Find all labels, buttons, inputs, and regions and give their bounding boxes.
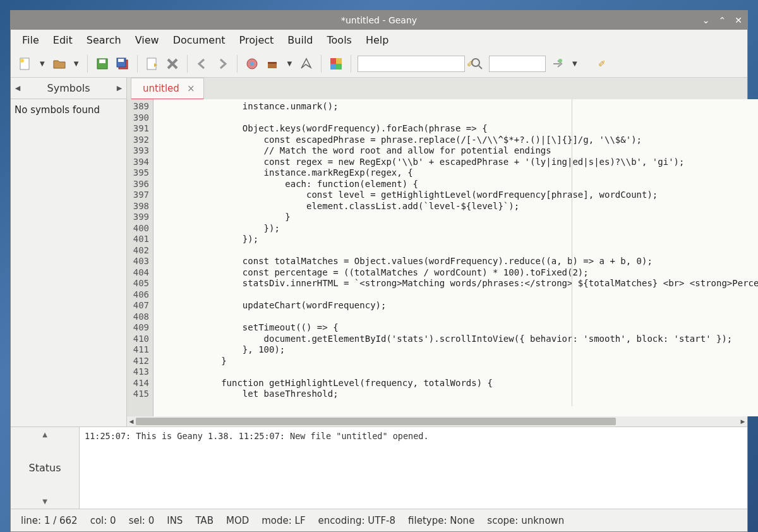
close-doc-icon[interactable] (164, 56, 181, 72)
color-picker-icon[interactable] (328, 56, 344, 72)
menu-help[interactable]: Help (359, 32, 395, 49)
hscroll-thumb[interactable] (136, 418, 616, 425)
menu-tools[interactable]: Tools (321, 32, 358, 49)
goto-input[interactable] (492, 59, 598, 68)
reload-icon[interactable] (144, 56, 160, 72)
menu-search[interactable]: Search (80, 32, 128, 49)
status-line: line: 1 / 662 (21, 515, 78, 526)
goto-icon[interactable] (550, 56, 566, 72)
message-window: ▲ Status ▼ 11:25:07: This is Geany 1.38.… (11, 426, 747, 509)
search-input-container: ✐ (358, 56, 465, 72)
document-tab-untitled[interactable]: untitled × (131, 78, 204, 100)
status-filetype: filetype: None (408, 515, 474, 526)
svg-point-16 (472, 59, 479, 66)
search-input[interactable] (361, 59, 467, 68)
menu-document[interactable]: Document (167, 32, 232, 49)
svg-point-17 (558, 59, 562, 63)
sidebar-tab-prev[interactable]: ◀ (11, 84, 25, 92)
sidebar-tab-next[interactable]: ▶ (112, 84, 126, 92)
status-col: col: 0 (90, 515, 116, 526)
line-number-gutter: 389 390 391 392 393 394 395 396 397 398 … (127, 99, 153, 416)
clear-goto-icon[interactable]: ✐ (598, 59, 606, 69)
menubar: File Edit Search View Document Project B… (11, 30, 747, 50)
new-file-icon[interactable] (17, 56, 33, 72)
msg-tab-up[interactable]: ▲ (42, 431, 47, 438)
open-file-dropdown[interactable]: ▼ (71, 60, 81, 67)
goto-input-container: ✐ (489, 56, 546, 72)
svg-point-1 (20, 59, 24, 63)
document-tab-label: untitled (143, 83, 179, 94)
new-file-dropdown[interactable]: ▼ (37, 60, 47, 67)
nav-forward-icon[interactable] (214, 56, 231, 72)
main-area: ◀ Symbols ▶ No symbols found untitled × … (11, 78, 747, 426)
svg-rect-13 (336, 58, 342, 64)
status-mod: MOD (226, 515, 249, 526)
msg-tab-down[interactable]: ▼ (42, 498, 47, 505)
horizontal-scrollbar[interactable]: ◀ ▶ (127, 416, 747, 426)
build-dropdown[interactable]: ▼ (284, 60, 294, 67)
status-messages[interactable]: 11:25:07: This is Geany 1.38. 11:25:07: … (79, 427, 747, 509)
document-tab-close-icon[interactable]: × (187, 83, 195, 94)
svg-rect-6 (118, 59, 124, 62)
save-all-icon[interactable] (114, 56, 131, 72)
status-sel: sel: 0 (129, 515, 155, 526)
print-margin (572, 99, 572, 406)
save-icon[interactable] (94, 56, 111, 72)
minimize-icon[interactable]: ⌄ (702, 15, 710, 25)
svg-rect-12 (330, 58, 336, 64)
editor[interactable]: 389 390 391 392 393 394 395 396 397 398 … (127, 99, 758, 416)
status-ins: INS (167, 515, 183, 526)
window-title: *untitled - Geany (341, 15, 417, 25)
sidebar: ◀ Symbols ▶ No symbols found (11, 78, 127, 426)
scroll-right-icon[interactable]: ▶ (738, 418, 747, 425)
status-encoding: encoding: UTF-8 (318, 515, 395, 526)
svg-rect-14 (330, 64, 336, 70)
toolbar: ▼ ▼ ▼ ✐ ✐ ▼ (11, 50, 747, 78)
compile-icon[interactable] (244, 56, 260, 72)
menu-file[interactable]: File (16, 32, 45, 49)
toolbar-overflow[interactable]: ▼ (570, 60, 580, 67)
menu-view[interactable]: View (129, 32, 165, 49)
status-mode: mode: LF (262, 515, 305, 526)
statusbar: line: 1 / 662 col: 0 sel: 0 INS TAB MOD … (11, 509, 747, 531)
app-window: *untitled - Geany ⌄ ⌃ ✕ File Edit Search… (10, 10, 748, 532)
editor-zone: untitled × 389 390 391 392 393 394 395 3… (127, 78, 747, 426)
status-tab: TAB (195, 515, 214, 526)
close-window-icon[interactable]: ✕ (735, 15, 742, 25)
menu-build[interactable]: Build (281, 32, 319, 49)
svg-point-9 (250, 62, 254, 66)
build-icon[interactable] (264, 56, 280, 72)
svg-rect-15 (336, 64, 342, 70)
search-icon[interactable] (469, 56, 485, 72)
titlebar[interactable]: *untitled - Geany ⌄ ⌃ ✕ (11, 11, 747, 30)
scroll-left-icon[interactable]: ◀ (127, 418, 136, 425)
menu-project[interactable]: Project (233, 32, 280, 49)
status-scope: scope: unknown (487, 515, 564, 526)
open-file-icon[interactable] (51, 56, 68, 72)
sidebar-content: No symbols found (11, 99, 126, 121)
menu-edit[interactable]: Edit (47, 32, 79, 49)
nav-back-icon[interactable] (194, 56, 210, 72)
sidebar-tab-symbols[interactable]: Symbols (25, 78, 112, 98)
maximize-icon[interactable]: ⌃ (719, 15, 726, 25)
svg-rect-11 (268, 62, 277, 64)
document-tabs: untitled × (127, 78, 747, 99)
msg-tab-status[interactable]: Status (29, 462, 61, 474)
code-area[interactable]: instance.unmark(); Object.keys(wordFrequ… (153, 99, 758, 416)
svg-rect-3 (99, 59, 105, 63)
run-icon[interactable] (298, 56, 315, 72)
